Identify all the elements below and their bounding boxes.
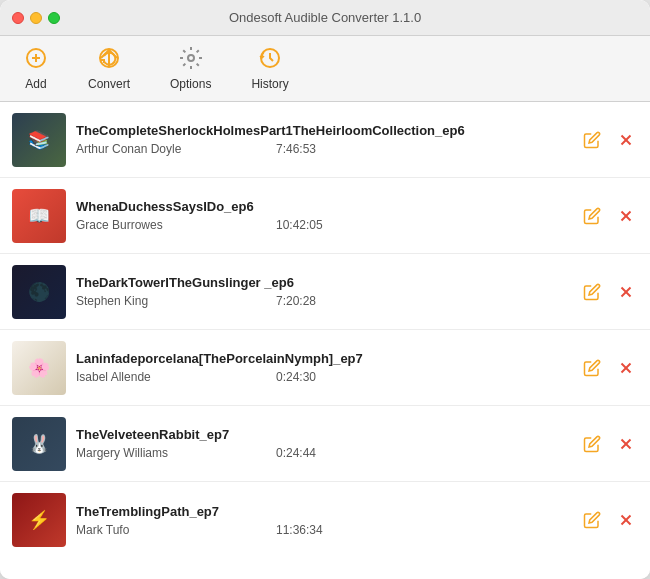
edit-button[interactable] <box>580 280 604 304</box>
close-button[interactable] <box>12 12 24 24</box>
book-title: TheVelveteenRabbit_ep7 <box>76 427 570 442</box>
history-button[interactable]: History <box>243 42 296 95</box>
delete-button[interactable] <box>614 280 638 304</box>
add-label: Add <box>25 77 46 91</box>
book-row: 🌑 TheDarkTowerITheGunslinger _ep6 Stephe… <box>0 254 650 330</box>
add-icon <box>24 46 48 74</box>
book-row: 📖 WhenaDuchessSaysIDo_ep6 Grace Burrowes… <box>0 178 650 254</box>
book-title: TheTremblingPath_ep7 <box>76 504 570 519</box>
window-title: Ondesoft Audible Converter 1.1.0 <box>229 10 421 25</box>
toolbar: Add Convert Options <box>0 36 650 102</box>
book-cover: 📚 <box>12 113 66 167</box>
book-row: 🌸 Laninfadeporcelana[ThePorcelainNymph]_… <box>0 330 650 406</box>
edit-button[interactable] <box>580 128 604 152</box>
add-button[interactable]: Add <box>16 42 56 95</box>
history-icon <box>258 46 282 74</box>
book-author: Margery Williams <box>76 446 216 460</box>
book-title: TheDarkTowerITheGunslinger _ep6 <box>76 275 570 290</box>
book-actions <box>580 508 638 532</box>
book-meta: Mark Tufo 11:36:34 <box>76 523 570 537</box>
svg-point-4 <box>188 55 194 61</box>
book-info: Laninfadeporcelana[ThePorcelainNymph]_ep… <box>76 351 570 384</box>
delete-button[interactable] <box>614 128 638 152</box>
book-duration: 7:20:28 <box>276 294 316 308</box>
book-duration: 0:24:30 <box>276 370 316 384</box>
options-icon <box>179 46 203 74</box>
book-author: Isabel Allende <box>76 370 216 384</box>
book-actions <box>580 432 638 456</box>
book-row: 📚 TheCompleteSherlockHolmesPart1TheHeirl… <box>0 102 650 178</box>
title-bar: Ondesoft Audible Converter 1.1.0 <box>0 0 650 36</box>
traffic-lights <box>12 12 60 24</box>
book-info: WhenaDuchessSaysIDo_ep6 Grace Burrowes 1… <box>76 199 570 232</box>
book-actions <box>580 204 638 228</box>
convert-label: Convert <box>88 77 130 91</box>
edit-button[interactable] <box>580 204 604 228</box>
book-row: ⚡ TheTremblingPath_ep7 Mark Tufo 11:36:3… <box>0 482 650 558</box>
delete-button[interactable] <box>614 356 638 380</box>
options-label: Options <box>170 77 211 91</box>
book-cover: 📖 <box>12 189 66 243</box>
book-cover: 🌸 <box>12 341 66 395</box>
book-title: TheCompleteSherlockHolmesPart1TheHeirloo… <box>76 123 570 138</box>
book-author: Arthur Conan Doyle <box>76 142 216 156</box>
book-duration: 10:42:05 <box>276 218 323 232</box>
edit-button[interactable] <box>580 356 604 380</box>
book-list: 📚 TheCompleteSherlockHolmesPart1TheHeirl… <box>0 102 650 579</box>
book-meta: Margery Williams 0:24:44 <box>76 446 570 460</box>
book-actions <box>580 356 638 380</box>
edit-button[interactable] <box>580 432 604 456</box>
edit-button[interactable] <box>580 508 604 532</box>
book-author: Grace Burrowes <box>76 218 216 232</box>
book-info: TheDarkTowerITheGunslinger _ep6 Stephen … <box>76 275 570 308</box>
history-label: History <box>251 77 288 91</box>
convert-icon <box>97 46 121 74</box>
main-window: Ondesoft Audible Converter 1.1.0 Add <box>0 0 650 579</box>
book-title: WhenaDuchessSaysIDo_ep6 <box>76 199 570 214</box>
book-row: 🐰 TheVelveteenRabbit_ep7 Margery William… <box>0 406 650 482</box>
book-meta: Grace Burrowes 10:42:05 <box>76 218 570 232</box>
delete-button[interactable] <box>614 432 638 456</box>
book-author: Mark Tufo <box>76 523 216 537</box>
book-cover: 🐰 <box>12 417 66 471</box>
minimize-button[interactable] <box>30 12 42 24</box>
delete-button[interactable] <box>614 204 638 228</box>
book-meta: Stephen King 7:20:28 <box>76 294 570 308</box>
options-button[interactable]: Options <box>162 42 219 95</box>
book-info: TheVelveteenRabbit_ep7 Margery Williams … <box>76 427 570 460</box>
book-author: Stephen King <box>76 294 216 308</box>
maximize-button[interactable] <box>48 12 60 24</box>
book-duration: 11:36:34 <box>276 523 323 537</box>
delete-button[interactable] <box>614 508 638 532</box>
book-actions <box>580 128 638 152</box>
book-meta: Isabel Allende 0:24:30 <box>76 370 570 384</box>
book-duration: 0:24:44 <box>276 446 316 460</box>
book-cover: 🌑 <box>12 265 66 319</box>
book-cover: ⚡ <box>12 493 66 547</box>
book-meta: Arthur Conan Doyle 7:46:53 <box>76 142 570 156</box>
book-info: TheCompleteSherlockHolmesPart1TheHeirloo… <box>76 123 570 156</box>
book-title: Laninfadeporcelana[ThePorcelainNymph]_ep… <box>76 351 570 366</box>
book-actions <box>580 280 638 304</box>
convert-button[interactable]: Convert <box>80 42 138 95</box>
book-duration: 7:46:53 <box>276 142 316 156</box>
book-info: TheTremblingPath_ep7 Mark Tufo 11:36:34 <box>76 504 570 537</box>
